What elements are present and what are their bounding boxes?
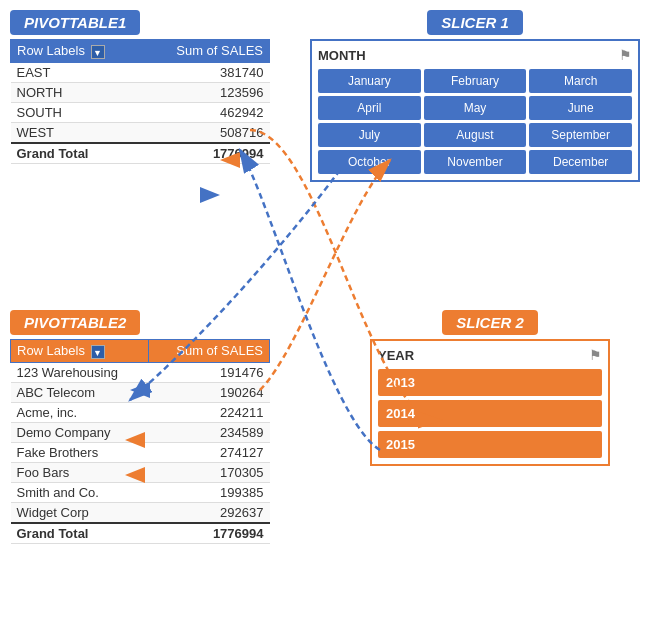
table-row: NORTH123596 bbox=[11, 82, 270, 102]
pt1-col2-header: Sum of SALES bbox=[141, 40, 270, 63]
pt1-col1-header[interactable]: Row Labels ▼ bbox=[11, 40, 141, 63]
pt2-row-value: 224211 bbox=[148, 402, 269, 422]
slicer2-year-button[interactable]: 2013 bbox=[378, 369, 602, 396]
pt2-row-value: 170305 bbox=[148, 462, 269, 482]
slicer1-month-label: MONTH bbox=[318, 48, 366, 63]
slicer2-header: YEAR ⚑ bbox=[378, 347, 602, 363]
pivottable1-table: Row Labels ▼ Sum of SALES EAST381740NORT… bbox=[10, 39, 270, 164]
slicer1-month-button[interactable]: February bbox=[424, 69, 527, 93]
pt2-row-value: 234589 bbox=[148, 422, 269, 442]
grand-total-label: Grand Total bbox=[11, 143, 141, 164]
grand-total-value: 1776994 bbox=[141, 143, 270, 164]
slicer2-title: SLICER 2 bbox=[442, 310, 538, 335]
pt2-row-label: Acme, inc. bbox=[11, 402, 149, 422]
pivottable1-area: PIVOTTABLE1 Row Labels ▼ Sum of SALES EA… bbox=[10, 10, 270, 164]
pivottable2-title: PIVOTTABLE2 bbox=[10, 310, 140, 335]
pt2-row-label: Smith and Co. bbox=[11, 482, 149, 502]
pt1-row-value: 462942 bbox=[141, 102, 270, 122]
slicer1-month-button[interactable]: June bbox=[529, 96, 632, 120]
table-row: WEST508716 bbox=[11, 122, 270, 143]
slicer1-month-button[interactable]: March bbox=[529, 69, 632, 93]
table-row: Demo Company234589 bbox=[11, 422, 270, 442]
pt2-row-label: ABC Telecom bbox=[11, 382, 149, 402]
pt2-row-value: 190264 bbox=[148, 382, 269, 402]
pt1-row-label: WEST bbox=[11, 122, 141, 143]
pt2-row-value: 191476 bbox=[148, 362, 269, 382]
pt1-row-label: SOUTH bbox=[11, 102, 141, 122]
table-row: Acme, inc.224211 bbox=[11, 402, 270, 422]
slicer1-area: SLICER 1 MONTH ⚑ JanuaryFebruaryMarchApr… bbox=[310, 10, 640, 182]
slicer1-month-button[interactable]: January bbox=[318, 69, 421, 93]
slicer1-month-button[interactable]: May bbox=[424, 96, 527, 120]
pt2-row-value: 292637 bbox=[148, 502, 269, 523]
grand-total-value: 1776994 bbox=[148, 523, 269, 544]
grand-total-label: Grand Total bbox=[11, 523, 149, 544]
slicer1-month-button[interactable]: August bbox=[424, 123, 527, 147]
table-row: Fake Brothers274127 bbox=[11, 442, 270, 462]
slicer2-year-button[interactable]: 2015 bbox=[378, 431, 602, 458]
pivottable2-area: PIVOTTABLE2 Row Labels ▼ Sum of SALES 12… bbox=[10, 310, 270, 544]
pt2-row-label: Foo Bars bbox=[11, 462, 149, 482]
table-row: Smith and Co.199385 bbox=[11, 482, 270, 502]
slicer2-clear-icon[interactable]: ⚑ bbox=[589, 347, 602, 363]
pt2-row-label: Widget Corp bbox=[11, 502, 149, 523]
pt2-row-label: Fake Brothers bbox=[11, 442, 149, 462]
pt1-row-value: 123596 bbox=[141, 82, 270, 102]
slicer1-month-button[interactable]: November bbox=[424, 150, 527, 174]
slicer1-month-button[interactable]: December bbox=[529, 150, 632, 174]
slicer1-header: MONTH ⚑ bbox=[318, 47, 632, 63]
slicer1-box: MONTH ⚑ JanuaryFebruaryMarchAprilMayJune… bbox=[310, 39, 640, 182]
table-row: 123 Warehousing191476 bbox=[11, 362, 270, 382]
pt1-row-label: NORTH bbox=[11, 82, 141, 102]
slicer1-month-button[interactable]: October bbox=[318, 150, 421, 174]
slicer1-title: SLICER 1 bbox=[427, 10, 523, 35]
pt2-row-value: 199385 bbox=[148, 482, 269, 502]
pt1-row-value: 508716 bbox=[141, 122, 270, 143]
grand-total-row: Grand Total1776994 bbox=[11, 143, 270, 164]
pivottable2-table: Row Labels ▼ Sum of SALES 123 Warehousin… bbox=[10, 339, 270, 544]
slicer1-grid: JanuaryFebruaryMarchAprilMayJuneJulyAugu… bbox=[318, 69, 632, 174]
slicer1-month-button[interactable]: July bbox=[318, 123, 421, 147]
pt1-dropdown-icon[interactable]: ▼ bbox=[91, 45, 105, 59]
pt2-dropdown-icon[interactable]: ▼ bbox=[91, 345, 105, 359]
pt1-row-value: 381740 bbox=[141, 62, 270, 82]
slicer2-grid: 201320142015 bbox=[378, 369, 602, 458]
pt2-row-value: 274127 bbox=[148, 442, 269, 462]
blue-arrow-indicator-2 bbox=[200, 187, 220, 203]
slicer2-year-button[interactable]: 2014 bbox=[378, 400, 602, 427]
slicer2-year-label: YEAR bbox=[378, 348, 414, 363]
table-row: Foo Bars170305 bbox=[11, 462, 270, 482]
pivottable1-title: PIVOTTABLE1 bbox=[10, 10, 140, 35]
pt1-row-label: EAST bbox=[11, 62, 141, 82]
grand-total-row: Grand Total1776994 bbox=[11, 523, 270, 544]
pt2-row-label: Demo Company bbox=[11, 422, 149, 442]
table-row: SOUTH462942 bbox=[11, 102, 270, 122]
pt2-col2-header: Sum of SALES bbox=[148, 340, 269, 363]
slicer2-area: SLICER 2 YEAR ⚑ 201320142015 bbox=[370, 310, 610, 466]
slicer2-box: YEAR ⚑ 201320142015 bbox=[370, 339, 610, 466]
slicer1-month-button[interactable]: September bbox=[529, 123, 632, 147]
pt2-row-label: 123 Warehousing bbox=[11, 362, 149, 382]
pt2-col1-header[interactable]: Row Labels ▼ bbox=[11, 340, 149, 363]
table-row: Widget Corp292637 bbox=[11, 502, 270, 523]
table-row: EAST381740 bbox=[11, 62, 270, 82]
slicer1-month-button[interactable]: April bbox=[318, 96, 421, 120]
slicer1-clear-icon[interactable]: ⚑ bbox=[619, 47, 632, 63]
table-row: ABC Telecom190264 bbox=[11, 382, 270, 402]
